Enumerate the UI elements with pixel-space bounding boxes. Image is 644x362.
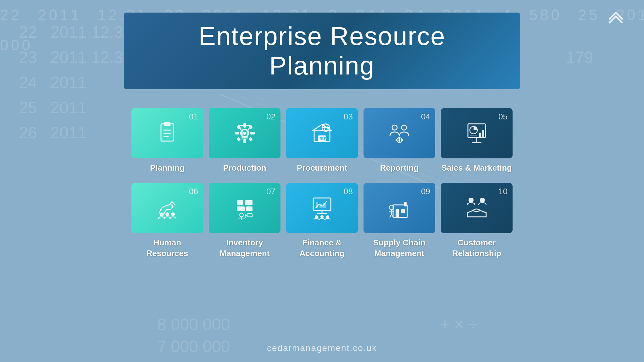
card-sales[interactable]: 05 Sa bbox=[441, 108, 513, 173]
card-box-reporting[interactable]: 04 bbox=[364, 108, 435, 158]
svg-rect-29 bbox=[243, 139, 246, 143]
svg-line-60 bbox=[172, 202, 175, 205]
logo-icon bbox=[606, 9, 625, 28]
svg-point-61 bbox=[160, 212, 164, 216]
svg-point-63 bbox=[171, 212, 175, 216]
card-label-hr: Human Resources bbox=[131, 238, 203, 259]
page-wrapper: Enterprise Resource Planning 01 Planning bbox=[0, 0, 644, 362]
svg-rect-78 bbox=[319, 204, 322, 208]
svg-rect-79 bbox=[323, 203, 326, 208]
shopping-icon: BUY bbox=[309, 121, 335, 146]
svg-rect-64 bbox=[237, 200, 243, 205]
inventory-icon bbox=[232, 195, 257, 221]
svg-point-45 bbox=[402, 125, 407, 130]
card-box-production[interactable]: 02 bbox=[209, 108, 280, 158]
finance-icon bbox=[309, 195, 335, 221]
svg-point-80 bbox=[315, 215, 318, 218]
card-supply[interactable]: 09 Su bbox=[364, 183, 435, 259]
card-hr[interactable]: 06 Human Resources bbox=[131, 183, 203, 259]
svg-rect-84 bbox=[396, 209, 399, 217]
card-procurement[interactable]: 03 BUY Procurement bbox=[286, 108, 358, 173]
card-label-supply: Supply Chain Management bbox=[364, 238, 435, 259]
row1: 01 Planning 02 bbox=[121, 108, 523, 173]
card-label-crm: Customer Relationship bbox=[441, 238, 513, 259]
card-number-07: 07 bbox=[266, 187, 275, 196]
card-label-procurement: Procurement bbox=[297, 163, 347, 173]
card-box-inventory[interactable]: 07 bbox=[209, 183, 280, 233]
svg-point-44 bbox=[392, 125, 397, 130]
svg-rect-65 bbox=[245, 200, 253, 205]
svg-rect-56 bbox=[479, 133, 481, 137]
svg-point-92 bbox=[469, 198, 474, 203]
card-label-sales: Sales & Marketing bbox=[441, 163, 512, 173]
card-box-hr[interactable]: 06 bbox=[131, 183, 203, 233]
svg-rect-57 bbox=[482, 130, 484, 137]
svg-rect-50 bbox=[396, 139, 397, 141]
card-finance[interactable]: 08 bbox=[286, 183, 358, 259]
card-number-05: 05 bbox=[498, 112, 508, 122]
svg-point-62 bbox=[165, 212, 169, 216]
card-number-08: 08 bbox=[344, 187, 353, 196]
card-number-04: 04 bbox=[421, 112, 430, 122]
card-box-crm[interactable]: 10 bbox=[441, 183, 513, 233]
logo bbox=[606, 9, 625, 30]
svg-rect-49 bbox=[398, 141, 400, 143]
svg-rect-51 bbox=[401, 139, 403, 141]
row2: 06 Human Resources bbox=[121, 183, 523, 259]
svg-rect-34 bbox=[236, 137, 241, 141]
card-number-01: 01 bbox=[189, 112, 198, 122]
svg-rect-66 bbox=[237, 206, 245, 211]
card-number-10: 10 bbox=[498, 187, 508, 196]
svg-rect-35 bbox=[248, 137, 253, 141]
svg-rect-21 bbox=[161, 124, 174, 141]
card-label-reporting: Reporting bbox=[380, 163, 419, 173]
supply-chain-icon bbox=[387, 195, 412, 221]
svg-rect-31 bbox=[250, 132, 255, 134]
card-inventory[interactable]: 07 In bbox=[209, 183, 280, 259]
svg-point-81 bbox=[320, 215, 324, 218]
team-gear-icon bbox=[387, 121, 412, 146]
card-box-supply[interactable]: 09 bbox=[364, 183, 435, 233]
svg-rect-71 bbox=[247, 214, 252, 217]
handshake-icon bbox=[464, 195, 489, 221]
card-number-02: 02 bbox=[266, 112, 275, 122]
svg-line-90 bbox=[390, 214, 391, 217]
card-box-procurement[interactable]: 03 BUY bbox=[286, 108, 358, 158]
card-crm[interactable]: 10 Customer Relati bbox=[441, 183, 513, 259]
card-reporting[interactable]: 04 Re bbox=[364, 108, 435, 173]
card-number-03: 03 bbox=[344, 112, 353, 122]
header-bar: Enterprise Resource Planning bbox=[124, 13, 520, 89]
clipboard-icon bbox=[155, 121, 180, 146]
card-production[interactable]: 02 bbox=[209, 108, 280, 173]
svg-rect-85 bbox=[401, 209, 405, 213]
card-number-06: 06 bbox=[189, 187, 198, 196]
svg-rect-86 bbox=[404, 202, 407, 206]
svg-point-68 bbox=[240, 213, 243, 217]
card-label-inventory: Inventory Management bbox=[209, 238, 280, 259]
svg-rect-83 bbox=[393, 205, 407, 217]
card-box-finance[interactable]: 08 bbox=[286, 183, 358, 233]
cards-section: 01 Planning 02 bbox=[121, 108, 523, 259]
page-title: Enterprise Resource Planning bbox=[143, 21, 501, 80]
svg-rect-77 bbox=[316, 202, 318, 208]
card-label-finance: Finance & Accounting bbox=[286, 238, 358, 259]
svg-rect-67 bbox=[246, 206, 253, 211]
card-box-planning[interactable]: 01 bbox=[131, 108, 203, 158]
svg-point-93 bbox=[480, 198, 485, 203]
svg-text:BUY: BUY bbox=[319, 137, 327, 141]
card-label-production: Production bbox=[223, 163, 266, 173]
svg-point-82 bbox=[326, 215, 329, 218]
svg-point-47 bbox=[398, 139, 400, 141]
hr-icon bbox=[155, 195, 180, 221]
svg-point-27 bbox=[243, 132, 246, 135]
card-number-09: 09 bbox=[421, 187, 430, 196]
card-planning[interactable]: 01 Planning bbox=[131, 108, 203, 173]
svg-rect-22 bbox=[164, 122, 170, 126]
chart-board-icon bbox=[464, 121, 489, 146]
card-label-planning: Planning bbox=[150, 163, 185, 173]
card-box-sales[interactable]: 05 bbox=[441, 108, 513, 158]
gear-icon bbox=[232, 121, 257, 146]
svg-rect-30 bbox=[235, 132, 239, 134]
svg-rect-48 bbox=[398, 137, 400, 139]
